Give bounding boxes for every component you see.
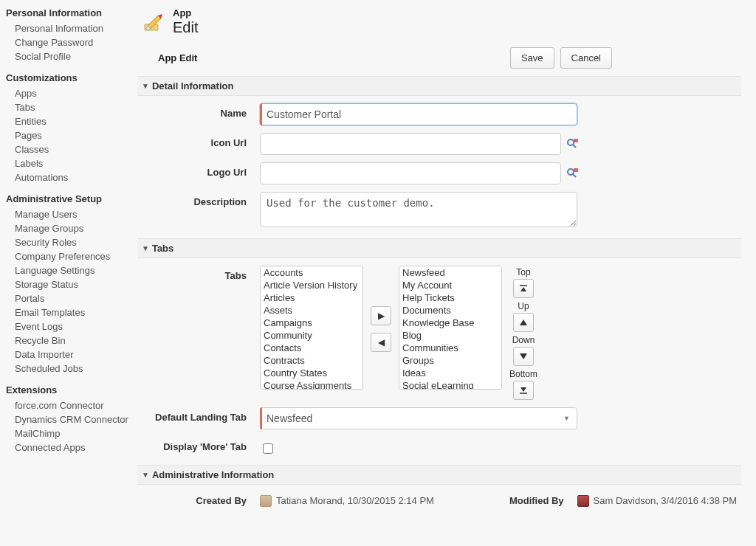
sidebar-item[interactable]: force.com Connector <box>6 398 130 412</box>
modified-by-value: Sam Davidson, 3/4/2016 4:38 PM <box>594 495 737 506</box>
label-up: Up <box>518 301 529 311</box>
chevron-down-icon: ▼ <box>142 471 149 479</box>
cancel-button[interactable]: Cancel <box>560 47 612 69</box>
sidebar-group-title: Customizations <box>6 72 130 83</box>
default-landing-tab-select[interactable]: Newsfeed <box>260 407 577 429</box>
list-item[interactable]: Community <box>261 329 362 342</box>
sidebar-item[interactable]: Connected Apps <box>6 440 130 455</box>
chevron-down-icon: ▼ <box>142 244 149 252</box>
move-bottom-button[interactable] <box>513 381 534 400</box>
label-display-more-tab: Display 'More' Tab <box>142 437 260 452</box>
admin-info-row: Created By Tatiana Morand, 10/30/2015 2:… <box>137 485 741 507</box>
list-item[interactable]: Knowledge Base <box>399 317 501 329</box>
list-item[interactable]: Ideas <box>399 367 501 379</box>
list-item[interactable]: Communities <box>399 342 501 354</box>
selected-tabs-listbox[interactable]: NewsfeedMy AccountHelp TicketsDocumentsK… <box>399 266 502 390</box>
sidebar-item[interactable]: Email Templates <box>6 305 130 319</box>
sidebar-item[interactable]: Automations <box>6 170 130 184</box>
sidebar: Personal InformationPersonal Information… <box>0 0 133 546</box>
move-right-button[interactable]: ▶ <box>371 306 391 325</box>
move-down-button[interactable] <box>513 347 534 366</box>
list-item[interactable]: Country States <box>261 367 362 379</box>
available-tabs-listbox[interactable]: AccountsArticle Version HistoryArticlesA… <box>260 266 363 390</box>
icon-url-input[interactable] <box>260 133 561 155</box>
section-administrative-information[interactable]: ▼ Administrative Information <box>137 465 741 485</box>
label-description: Description <box>142 192 260 207</box>
sidebar-item[interactable]: Apps <box>6 86 130 100</box>
list-item[interactable]: Articles <box>261 291 362 304</box>
sidebar-item[interactable]: Tabs <box>6 100 130 114</box>
sidebar-item[interactable]: Personal Information <box>6 21 130 35</box>
page-title: Edit <box>173 19 198 35</box>
avatar <box>260 495 272 507</box>
sidebar-item[interactable]: Storage Status <box>6 277 130 291</box>
section-detail-title: Detail Information <box>152 80 234 91</box>
label-name: Name <box>142 103 260 119</box>
save-button[interactable]: Save <box>510 47 554 69</box>
sidebar-item[interactable]: Data Importer <box>6 348 130 362</box>
sidebar-item[interactable]: Company Preferences <box>6 249 130 263</box>
created-by-value: Tatiana Morand, 10/30/2015 2:14 PM <box>276 495 434 506</box>
list-item[interactable]: Newsfeed <box>399 266 501 279</box>
svg-marker-12 <box>520 319 527 325</box>
sidebar-group-title: Personal Information <box>6 7 130 18</box>
sidebar-item[interactable]: Recycle Bin <box>6 334 130 348</box>
label-top: Top <box>516 267 530 277</box>
lookup-icon[interactable] <box>566 137 579 151</box>
sidebar-item[interactable]: Manage Groups <box>6 221 130 235</box>
sidebar-item[interactable]: Scheduled Jobs <box>6 362 130 376</box>
list-item[interactable]: Article Version History <box>261 279 362 291</box>
sidebar-item[interactable]: Labels <box>6 156 130 170</box>
description-textarea[interactable]: Used for the customer demo. <box>260 192 577 227</box>
sidebar-item[interactable]: MailChimp <box>6 426 130 440</box>
sidebar-item[interactable]: Entities <box>6 114 130 128</box>
svg-rect-9 <box>574 168 578 172</box>
avatar <box>577 495 589 507</box>
list-item[interactable]: Accounts <box>261 266 362 279</box>
list-item[interactable]: Blog <box>399 329 501 342</box>
display-more-tab-checkbox[interactable] <box>263 443 273 454</box>
sidebar-item[interactable]: Change Password <box>6 35 130 49</box>
list-item[interactable]: Documents <box>399 304 501 317</box>
svg-marker-11 <box>520 287 526 291</box>
sidebar-item[interactable]: Security Roles <box>6 235 130 249</box>
sidebar-group-title: Extensions <box>6 384 130 395</box>
action-bar-title: App Edit <box>142 52 197 63</box>
list-item[interactable]: My Account <box>399 279 501 291</box>
chevron-down-icon: ▼ <box>142 82 149 90</box>
lookup-icon[interactable] <box>566 167 579 180</box>
svg-marker-14 <box>520 387 526 392</box>
sidebar-item[interactable]: Social Profile <box>6 49 130 63</box>
move-left-button[interactable]: ◀ <box>371 333 391 352</box>
logo-url-input[interactable] <box>260 162 561 184</box>
sidebar-item[interactable]: Event Logs <box>6 319 130 334</box>
list-item[interactable]: Course Assignments <box>261 379 362 390</box>
label-default-landing-tab: Default Landing Tab <box>142 407 260 423</box>
label-down: Down <box>512 335 535 345</box>
list-item[interactable]: Contacts <box>261 342 362 354</box>
move-top-button[interactable] <box>513 279 534 298</box>
main-content: App Edit App Edit Save Cancel ▼ Detail I… <box>133 0 756 546</box>
section-admin-title: Administrative Information <box>152 469 274 480</box>
svg-line-8 <box>573 174 576 177</box>
sidebar-group-title: Administrative Setup <box>6 193 130 204</box>
page-header: App Edit <box>140 7 741 35</box>
list-item[interactable]: Campaigns <box>261 317 362 329</box>
list-item[interactable]: Social eLearning <box>399 379 501 390</box>
sidebar-item[interactable]: Pages <box>6 128 130 142</box>
section-tabs[interactable]: ▼ Tabs <box>137 238 741 258</box>
move-up-button[interactable] <box>513 313 534 332</box>
list-item[interactable]: Groups <box>399 354 501 367</box>
sidebar-item[interactable]: Classes <box>6 142 130 156</box>
section-detail-information[interactable]: ▼ Detail Information <box>137 76 741 96</box>
list-item[interactable]: Assets <box>261 304 362 317</box>
sidebar-item[interactable]: Manage Users <box>6 207 130 221</box>
sidebar-item[interactable]: Dynamics CRM Connector <box>6 412 130 426</box>
list-item[interactable]: Help Tickets <box>399 291 501 304</box>
name-input[interactable] <box>260 103 577 125</box>
list-item[interactable]: Contracts <box>261 354 362 367</box>
action-bar: App Edit Save Cancel <box>137 43 741 76</box>
sidebar-item[interactable]: Language Settings <box>6 263 130 277</box>
svg-line-5 <box>573 145 576 148</box>
sidebar-item[interactable]: Portals <box>6 291 130 305</box>
